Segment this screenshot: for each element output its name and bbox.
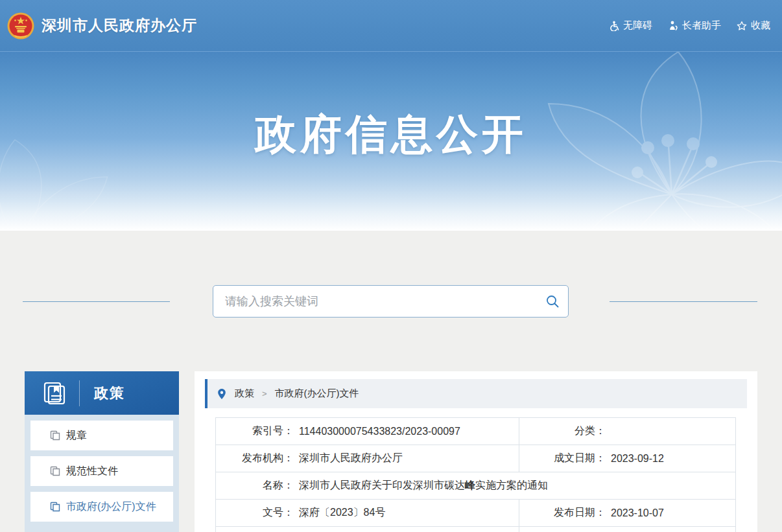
table-row: 索引号： 114403000075433823/2023-00097 分类： (216, 418, 736, 445)
page-title: 政府信息公开 (0, 106, 782, 163)
national-emblem-icon (6, 12, 35, 40)
sidebar-item-label: 规范性文件 (66, 465, 118, 478)
sidebar-menu: 规章 规范性文件 市政府(办公厅)文件 (25, 415, 179, 532)
date-written-cell: 成文日期： 2023-09-12 (519, 445, 736, 472)
table-cell-partial (216, 527, 519, 532)
category-label: 分类： (519, 424, 606, 438)
index-number-value: 114403000075433823/2023-00097 (299, 426, 460, 437)
breadcrumb-item-policy[interactable]: 政策 (235, 387, 254, 400)
wheelchair-icon (609, 21, 619, 31)
document-icon (50, 466, 60, 476)
accessibility-label: 无障碍 (623, 19, 652, 32)
date-written-value: 2023-09-12 (611, 453, 664, 465)
document-info-table: 索引号： 114403000075433823/2023-00097 分类： 发… (215, 417, 736, 532)
top-links: 无障碍 长者助手 收藏 (609, 19, 770, 32)
sidebar-item-label: 规章 (66, 429, 87, 443)
right-decorative-line (610, 301, 757, 302)
search-icon (545, 294, 560, 308)
sidebar-item-normative-documents[interactable]: 规范性文件 (30, 456, 173, 486)
publisher-label: 发布机构： (216, 452, 294, 465)
breadcrumb-item-current: 市政府(办公厅)文件 (275, 387, 359, 400)
date-written-label: 成文日期： (519, 452, 606, 465)
table-cell-partial (519, 527, 736, 532)
sidebar-item-municipal-government-documents[interactable]: 市政府(办公厅)文件 (30, 492, 173, 522)
table-row: 名称： 深圳市人民政府关于印发深圳市碳达峰实施方案的通知 (216, 472, 736, 500)
publisher-cell: 发布机构： 深圳市人民政府办公厅 (216, 445, 519, 472)
content-area: 政策 规章 规范性文件 (0, 231, 782, 532)
star-icon (737, 21, 747, 31)
table-row: 发布机构： 深圳市人民政府办公厅 成文日期： 2023-09-12 (216, 445, 736, 472)
search-box (213, 285, 569, 318)
sidebar: 政策 规章 规范性文件 (25, 371, 179, 532)
favorite-label: 收藏 (751, 19, 770, 32)
left-decorative-line (23, 301, 170, 302)
sidebar-header: 政策 (25, 371, 179, 415)
elder-icon (668, 21, 678, 31)
main-panel: 政策 > 市政府(办公厅)文件 索引号： 114403000075433823/… (195, 371, 757, 532)
search-input[interactable] (213, 295, 537, 308)
elder-assist-label: 长者助手 (682, 19, 721, 32)
document-name-post: 实施方案的通知 (475, 480, 548, 491)
sidebar-header-label: 政策 (94, 384, 125, 403)
document-icon (50, 430, 60, 441)
date-published-cell: 发布日期： 2023-10-07 (519, 500, 736, 527)
divider (79, 380, 80, 406)
document-icon (50, 502, 60, 512)
site-title: 深圳市人民政府办公厅 (41, 16, 197, 36)
document-number-label: 文号： (216, 506, 294, 520)
breadcrumb-separator: > (262, 389, 267, 399)
document-name-value: 深圳市人民政府关于印发深圳市碳达峰实施方案的通知 (299, 479, 548, 492)
document-name-cell: 名称： 深圳市人民政府关于印发深圳市碳达峰实施方案的通知 (216, 472, 736, 500)
sidebar-item-label: 市政府(办公厅)文件 (66, 500, 156, 514)
elder-assist-link[interactable]: 长者助手 (668, 19, 721, 32)
top-bar: 深圳市人民政府办公厅 无障碍 长者助手 收藏 (0, 0, 782, 52)
sidebar-item-regulations[interactable]: 规章 (30, 421, 173, 450)
date-published-label: 发布日期： (519, 506, 606, 520)
table-row: 文号： 深府〔2023〕84号 发布日期： 2023-10-07 (216, 500, 736, 527)
document-name-pre: 深圳市人民政府关于印发深圳市碳达 (299, 480, 465, 491)
document-number-value: 深府〔2023〕84号 (299, 506, 385, 520)
category-cell: 分类： (519, 418, 736, 445)
date-published-value: 2023-10-07 (611, 507, 664, 519)
accessibility-link[interactable]: 无障碍 (609, 19, 652, 32)
publisher-value: 深圳市人民政府办公厅 (299, 452, 403, 465)
breadcrumb: 政策 > 市政府(办公厅)文件 (205, 379, 747, 408)
index-number-cell: 索引号： 114403000075433823/2023-00097 (216, 418, 519, 445)
document-number-cell: 文号： 深府〔2023〕84号 (216, 500, 519, 527)
search-button[interactable] (537, 286, 568, 317)
policy-book-icon (41, 380, 67, 406)
favorite-link[interactable]: 收藏 (737, 19, 770, 32)
location-pin-icon (217, 388, 227, 400)
index-number-label: 索引号： (216, 424, 294, 438)
document-name-label: 名称： (216, 479, 294, 492)
page-banner: 政府信息公开 (0, 52, 782, 231)
table-row (216, 527, 736, 532)
document-name-keyword: 峰 (465, 480, 475, 491)
